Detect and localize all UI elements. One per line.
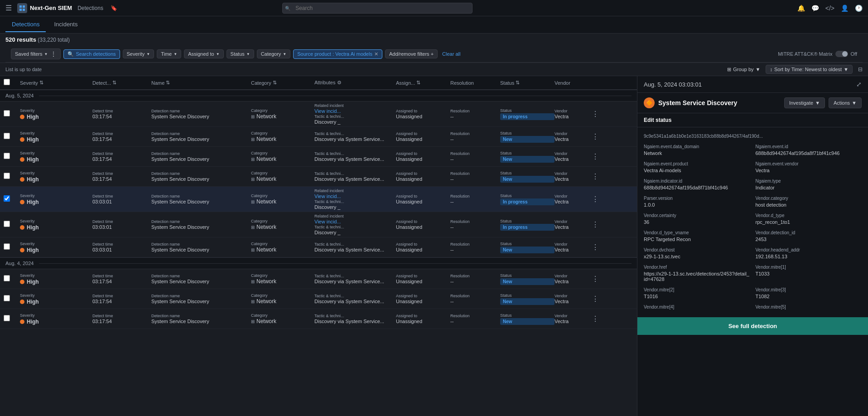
col-vendor[interactable]: Vendor <box>555 80 591 86</box>
table-row[interactable]: Severity High Detect time 03:17:54 Detec… <box>0 269 637 289</box>
col-status[interactable]: Status ⇅ <box>500 80 555 86</box>
severity-filter-btn[interactable]: Severity ▼ <box>123 49 154 58</box>
category-value: Network <box>256 278 276 285</box>
attributes-cell: Tactic & techni... Discovery via System … <box>314 242 396 252</box>
tab-detections[interactable]: Detections <box>5 17 46 32</box>
saved-filters-btn[interactable]: Saved filters ▼ ⋮ <box>11 48 61 59</box>
main-layout: Severity ⇅ Detect... ⇅ Name ⇅ Category ⇅… <box>0 76 868 416</box>
tab-incidents[interactable]: Incidents <box>48 17 84 32</box>
panel-close-btn[interactable]: ⤢ <box>856 81 862 88</box>
row-checkbox[interactable] <box>4 295 20 303</box>
row-more-btn[interactable]: ⋮ <box>591 275 600 283</box>
col-assigned[interactable]: Assign... ⇅ <box>396 80 450 86</box>
saved-filters-more[interactable]: ⋮ <box>50 50 57 58</box>
table-row[interactable]: Severity High Detect time 03:17:54 Detec… <box>0 147 637 167</box>
row-more-btn[interactable]: ⋮ <box>591 195 600 203</box>
assigned-value: Unassigned <box>396 299 450 304</box>
row-checkbox[interactable] <box>4 110 20 118</box>
assigned-cell: Assigned to Unassigned <box>396 219 450 230</box>
detection-name: System Service Discovery <box>151 247 251 252</box>
panel-hash: 9c9e5341a1a6b1b0e1e3163183cb88b8d944267/… <box>644 134 862 139</box>
row-checkbox[interactable] <box>4 221 20 228</box>
related-incident-link[interactable]: View incid... <box>314 193 396 199</box>
notifications-icon[interactable]: 🔔 <box>797 5 805 12</box>
group-by-btn[interactable]: ⊞ Group by ▼ <box>727 67 760 73</box>
columns-icon[interactable]: ⊟ <box>858 66 863 73</box>
user-icon[interactable]: 👤 <box>841 5 849 12</box>
table-row[interactable]: Severity High Detect time 03:17:54 Detec… <box>0 167 637 187</box>
investigate-btn[interactable]: Investigate ▼ <box>784 97 825 108</box>
col-resolution[interactable]: Resolution <box>450 80 500 86</box>
row-checkbox[interactable] <box>4 173 20 180</box>
row-more-btn[interactable]: ⋮ <box>591 172 600 181</box>
row-more-btn[interactable]: ⋮ <box>591 295 600 303</box>
hamburger-icon[interactable]: ☰ <box>5 4 12 12</box>
nav-detections[interactable]: Detections <box>77 5 103 11</box>
row-checkbox[interactable] <box>4 195 20 203</box>
row-more-btn[interactable]: ⋮ <box>591 220 600 229</box>
sort-btn[interactable]: ↕ Sort by Time: Newest to oldest ▼ <box>766 65 853 74</box>
attributes-cell: Related incidentView incid... Tactic & t… <box>314 214 396 235</box>
add-remove-filters-btn[interactable]: Add/remove filters + <box>385 49 438 58</box>
table-row[interactable]: Severity High Detect time 03:17:54 Detec… <box>0 309 637 329</box>
col-severity[interactable]: Severity ⇅ <box>20 80 92 86</box>
category-icon: ⊞ <box>251 157 255 162</box>
table-row[interactable]: Severity High Detect time 03:17:54 Detec… <box>0 127 637 147</box>
table-row[interactable]: Severity High Detect time 03:03:01 Detec… <box>0 237 637 257</box>
col-category[interactable]: Category ⇅ <box>251 80 314 86</box>
detail-value: Network <box>644 150 750 156</box>
detail-label: Ngaiem.event.product <box>644 161 750 166</box>
related-incident-link[interactable]: View incid... <box>314 108 396 114</box>
severity-indicator <box>20 280 24 284</box>
source-filter-dismiss[interactable]: ✕ <box>374 51 378 57</box>
detection-name-cell: Detection name System Service Discovery <box>151 219 251 230</box>
row-more-btn[interactable]: ⋮ <box>591 132 600 141</box>
detection-name-cell: Detection name System Service Discovery <box>151 151 251 162</box>
row-more-btn[interactable]: ⋮ <box>591 243 600 252</box>
detection-name-cell: Detection name System Service Discovery <box>151 294 251 304</box>
code-icon[interactable]: </> <box>825 5 834 12</box>
category-icon: ⊞ <box>251 299 255 304</box>
clear-all-btn[interactable]: Clear all <box>442 51 460 57</box>
row-checkbox[interactable] <box>4 275 20 283</box>
category-filter-btn[interactable]: Category ▼ <box>257 49 291 58</box>
related-incident-link[interactable]: View incid... <box>314 219 396 224</box>
resolution-cell: Resolution -- <box>450 131 500 142</box>
edit-status-bar: Edit status <box>637 113 868 127</box>
detail-label: Vendor.certainty <box>644 213 750 218</box>
mitre-toggle[interactable] <box>835 51 848 57</box>
assigned-filter-btn[interactable]: Assigned to ▼ <box>184 49 223 58</box>
detail-item: Ngaiem.event.vendorVectra <box>756 161 862 173</box>
category-icon: ⊞ <box>251 114 255 119</box>
time-filter-btn[interactable]: Time ▼ <box>157 49 181 58</box>
category-cell: Category ⊞ Network <box>251 193 314 205</box>
row-checkbox[interactable] <box>4 153 20 160</box>
table-row[interactable]: Severity High Detect time 03:03:01 Detec… <box>0 212 637 237</box>
row-checkbox[interactable] <box>4 315 20 323</box>
row-more-btn[interactable]: ⋮ <box>591 152 600 161</box>
detail-label: Vendor.d_type <box>756 213 862 218</box>
search-input[interactable] <box>282 3 473 14</box>
row-more-btn[interactable]: ⋮ <box>591 110 600 118</box>
messages-icon[interactable]: 💬 <box>811 5 819 12</box>
clock-icon[interactable]: 🕐 <box>855 5 863 12</box>
detect-time-cell: Detect time 03:17:54 <box>92 151 151 162</box>
table-row[interactable]: Severity High Detect time 03:17:54 Detec… <box>0 102 637 127</box>
status-filter-btn[interactable]: Status ▼ <box>227 49 254 58</box>
col-name[interactable]: Name ⇅ <box>151 80 251 86</box>
actions-btn[interactable]: Actions ▼ <box>829 97 862 108</box>
severity-indicator <box>20 115 24 119</box>
col-attributes[interactable]: Attributes ⚙ <box>314 80 396 86</box>
search-detections-btn[interactable]: 🔍 Search detections <box>63 49 120 59</box>
col-detect-time[interactable]: Detect... ⇅ <box>92 80 151 86</box>
row-more-btn[interactable]: ⋮ <box>591 314 600 323</box>
view-controls: ⊞ Group by ▼ ↕ Sort by Time: Newest to o… <box>727 65 863 74</box>
bookmark-icon[interactable]: 🔖 <box>111 5 117 11</box>
table-row[interactable]: Severity High Detect time 03:17:54 Detec… <box>0 289 637 309</box>
assigned-value: Unassigned <box>396 199 450 204</box>
see-full-detection-btn[interactable]: See full detection <box>637 317 868 335</box>
row-checkbox[interactable] <box>4 133 20 140</box>
table-row[interactable]: Severity High Detect time 03:03:01 Detec… <box>0 187 637 212</box>
row-checkbox[interactable] <box>4 243 20 251</box>
select-all-checkbox[interactable] <box>4 79 20 87</box>
